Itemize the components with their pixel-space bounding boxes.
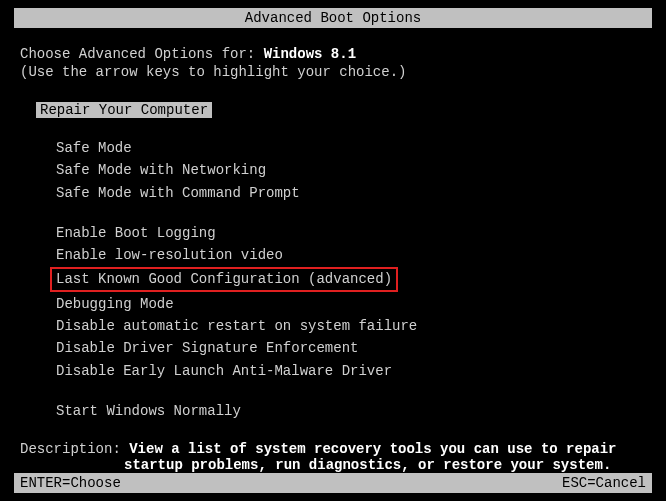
option-disable-early-launch-antimalware[interactable]: Disable Early Launch Anti-Malware Driver: [56, 361, 646, 381]
content-area: Choose Advanced Options for: Windows 8.1…: [0, 28, 666, 421]
option-enable-boot-logging[interactable]: Enable Boot Logging: [56, 223, 646, 243]
footer-bar: ENTER=Choose ESC=Cancel: [14, 473, 652, 493]
description-label: Description:: [20, 441, 129, 457]
option-disable-automatic-restart[interactable]: Disable automatic restart on system fail…: [56, 316, 646, 336]
option-last-known-good-configuration[interactable]: Last Known Good Configuration (advanced): [56, 267, 646, 291]
option-safe-mode[interactable]: Safe Mode: [56, 138, 646, 158]
os-name: Windows 8.1: [264, 46, 356, 62]
description-line2: startup problems, run diagnostics, or re…: [124, 457, 646, 473]
option-repair-your-computer[interactable]: Repair Your Computer: [36, 102, 212, 118]
description-line1: View a list of system recovery tools you…: [129, 441, 616, 457]
option-safe-mode-command-prompt[interactable]: Safe Mode with Command Prompt: [56, 183, 646, 203]
option-safe-mode-networking[interactable]: Safe Mode with Networking: [56, 160, 646, 180]
prompt-prefix: Choose Advanced Options for:: [20, 46, 264, 62]
footer-esc-cancel: ESC=Cancel: [562, 475, 646, 491]
option-enable-low-resolution-video[interactable]: Enable low-resolution video: [56, 245, 646, 265]
instructions-text: (Use the arrow keys to highlight your ch…: [20, 64, 646, 80]
prompt-line: Choose Advanced Options for: Windows 8.1: [20, 46, 646, 62]
option-disable-driver-signature-enforcement[interactable]: Disable Driver Signature Enforcement: [56, 338, 646, 358]
footer-enter-choose: ENTER=Choose: [20, 475, 121, 491]
title-bar: Advanced Boot Options: [14, 8, 652, 28]
description-section: Description: View a list of system recov…: [0, 441, 666, 473]
highlighted-option-box: Last Known Good Configuration (advanced): [50, 267, 398, 291]
option-debugging-mode[interactable]: Debugging Mode: [56, 294, 646, 314]
option-start-windows-normally[interactable]: Start Windows Normally: [56, 401, 646, 421]
page-title: Advanced Boot Options: [245, 10, 421, 26]
options-list: Safe Mode Safe Mode with Networking Safe…: [56, 138, 646, 421]
